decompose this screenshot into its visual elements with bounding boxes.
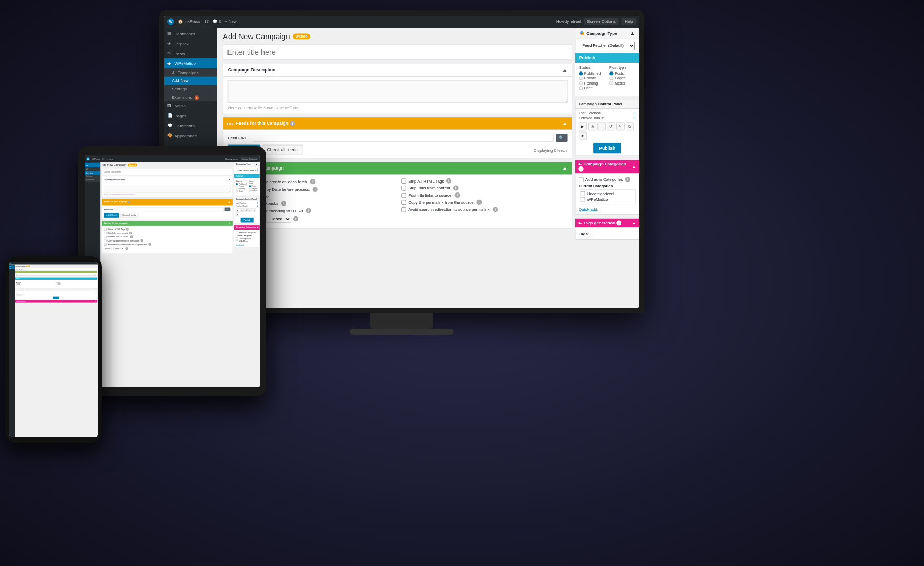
tablet-post-title-cb[interactable] (104, 235, 107, 238)
campaign-type-toggle[interactable]: ▲ (630, 30, 635, 36)
tags-toggle[interactable]: ▲ (632, 221, 636, 225)
status-published[interactable]: Published (579, 71, 605, 76)
sidebar-all-campaigns[interactable]: All Campaigns (164, 68, 217, 77)
tablet-pause-btn[interactable]: ⏸ (244, 208, 248, 212)
tablet-feeds-info[interactable]: i (128, 200, 130, 203)
status-private[interactable]: Private (579, 76, 605, 80)
tablet-priv-radio[interactable] (236, 185, 238, 187)
sidebar-item-comments[interactable]: 💬 Comments (164, 121, 217, 131)
campaign-description-header[interactable]: Campaign Description ▲ (223, 64, 572, 77)
phone-title-input[interactable] (15, 268, 97, 270)
draft-radio[interactable] (579, 86, 583, 90)
tablet-strip-links-info[interactable]: i (129, 232, 132, 234)
campaign-type-select[interactable]: Feed Fetcher (Default) (580, 42, 635, 50)
posts-radio[interactable] (609, 71, 613, 75)
tablet-cat-toggle[interactable]: ▲ (256, 226, 258, 228)
categories-info-icon[interactable]: i (578, 166, 583, 172)
tablet-published[interactable]: Published (236, 183, 246, 185)
tablet-copy-permalink-cb[interactable] (104, 239, 107, 242)
ctrl-pencil-button[interactable]: ✎ (616, 122, 625, 130)
campaign-type-header[interactable]: 🎭 Campaign Type ▲ (575, 28, 639, 39)
tablet-post-title-info[interactable]: i (130, 235, 133, 238)
tablet-campaign-type-header[interactable]: Campaign Type ▲ (234, 162, 260, 167)
tablet-screen-options[interactable]: Screen Options (240, 157, 258, 161)
status-draft[interactable]: Draft (579, 86, 605, 90)
options-toggle[interactable]: ▲ (562, 165, 567, 172)
wp-logo-icon[interactable]: W (167, 18, 174, 25)
tablet-settings[interactable]: Settings (85, 175, 100, 178)
ctrl-play-button[interactable]: ▶ (579, 122, 587, 130)
tablet-pending[interactable]: Pending (236, 188, 246, 190)
tablet-extensions[interactable]: Extensions (85, 178, 100, 182)
categories-toggle[interactable]: ▲ (632, 164, 636, 169)
phone-new[interactable]: + New (17, 263, 20, 264)
ctrl-refresh-button[interactable]: ↺ (607, 122, 615, 130)
tablet-copy-btn[interactable]: ⧉ (236, 212, 239, 216)
phone-media-radio[interactable] (57, 284, 58, 285)
tablet-uncat-cb[interactable] (236, 237, 238, 240)
ctrl-copy-button[interactable]: ⧉ (626, 122, 634, 130)
post-title-info[interactable]: i (454, 192, 460, 198)
phone-draft-radio[interactable] (16, 285, 17, 286)
tablet-refresh-btn[interactable]: ↺ (248, 208, 252, 212)
campaign-description-textarea[interactable] (228, 80, 568, 103)
updates-item[interactable]: 17 (204, 19, 209, 24)
ctrl-eye-button[interactable]: 👁 (579, 131, 587, 140)
tablet-auto-cat-cb[interactable] (236, 232, 238, 234)
post-title-links-checkbox[interactable] (401, 192, 406, 197)
tablet-posts-radio[interactable] (249, 185, 251, 187)
tablet-feed-url-input[interactable] (115, 207, 224, 211)
tablet-wp-logo[interactable]: W (86, 157, 90, 161)
tablet-quick-add[interactable]: Quick add. (236, 244, 258, 246)
tablet-ct-toggle[interactable]: ▲ (256, 163, 258, 165)
tablet-feeds-header[interactable]: Feeds for this Campaign i ▲ (102, 199, 233, 205)
tablet-pend-radio[interactable] (236, 188, 238, 190)
feeds-info-icon[interactable]: i (290, 121, 295, 126)
tablet-media-type[interactable]: Media (249, 190, 258, 192)
copy-permalink-info[interactable]: i (477, 200, 482, 205)
tablet-desc-header[interactable]: Campaign Description ▲ (102, 176, 233, 183)
tablet-strip-links-cb[interactable] (104, 232, 107, 234)
help-button[interactable]: Help (621, 18, 636, 25)
check-feeds-button[interactable]: Check all feeds. (263, 145, 303, 155)
add-auto-cat-info[interactable]: i (625, 177, 630, 182)
tablet-avoid-info[interactable]: i (148, 243, 151, 246)
sidebar-item-wpematico[interactable]: ◆ WPeMatico (164, 58, 217, 68)
sidebar-add-new[interactable]: Add New (164, 77, 217, 85)
tablet-copy-permalink-info[interactable]: i (141, 239, 143, 242)
tablet-publish-btn[interactable]: Publish (241, 218, 254, 223)
tags-header[interactable]: 🏷 Tags generation i ▲ (575, 219, 639, 227)
type-pages[interactable]: Pages (609, 76, 635, 80)
phone-publish-btn[interactable]: Publish (53, 297, 59, 299)
num-items-info[interactable]: i (310, 179, 315, 184)
tablet-pages-radio[interactable] (249, 188, 251, 190)
comments-item[interactable]: 💬 0 (212, 19, 221, 24)
pages-radio[interactable] (609, 76, 613, 80)
sidebar-settings[interactable]: Settings (164, 85, 217, 93)
avoid-redirect-info[interactable]: i (493, 207, 498, 212)
feeds-toggle[interactable]: ▲ (562, 121, 567, 127)
tablet-site-name[interactable]: InkPress (92, 158, 100, 160)
strip-links-checkbox[interactable] (401, 186, 406, 190)
categories-header[interactable]: 🏷 Campaign Categories i ▲ (575, 160, 639, 173)
phone-refresh-btn[interactable]: ↺ (22, 294, 23, 296)
pending-radio[interactable] (579, 81, 583, 85)
tablet-feed-search[interactable]: 🔍 (225, 208, 231, 211)
wpematico-cat-checkbox[interactable] (581, 197, 585, 202)
phone-play-btn[interactable]: ▶ (16, 294, 18, 296)
tablet-new[interactable]: + New (106, 158, 113, 160)
phone-wp-logo[interactable]: W (10, 262, 12, 264)
permalinks-info[interactable]: i (281, 201, 286, 206)
strip-html-info[interactable]: i (446, 178, 451, 184)
media-radio[interactable] (609, 81, 613, 85)
uncategorized-checkbox[interactable] (581, 191, 585, 196)
phone-draft[interactable]: Draft (16, 285, 56, 286)
quick-add-link[interactable]: Quick add. (579, 207, 635, 211)
tablet-desc-textarea[interactable] (104, 185, 231, 192)
tablet-options-toggle[interactable]: ▲ (229, 222, 231, 225)
tablet-campaign-type-select[interactable]: Feed Fetcher (Default) (236, 168, 258, 172)
tablet-target-btn[interactable]: ◎ (240, 208, 244, 212)
tablet-avoid-redirect-cb[interactable] (104, 243, 107, 246)
tablet-draft[interactable]: Draft (236, 190, 246, 192)
tablet-updates[interactable]: 17 (102, 158, 105, 160)
